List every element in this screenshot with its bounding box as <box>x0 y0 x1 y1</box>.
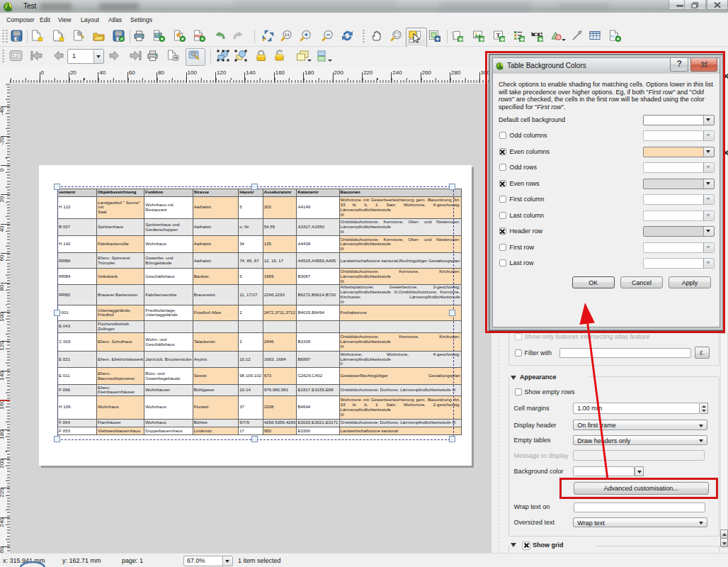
svg-text:1:1: 1:1 <box>285 33 290 37</box>
